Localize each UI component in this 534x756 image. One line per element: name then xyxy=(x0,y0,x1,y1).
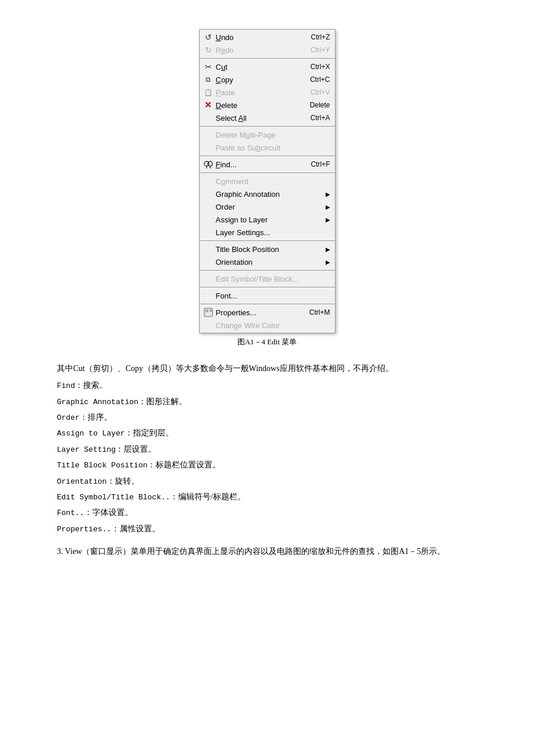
menu-item-orientation[interactable]: Orientation ▶ xyxy=(200,255,335,268)
titleblock-label: Title Block Position xyxy=(216,245,279,254)
context-menu[interactable]: Undo Ctrl+Z Redo Ctrl+Y ✂ Cut Ctrl+X ⧉ C… xyxy=(199,29,335,333)
order-arrow: ▶ xyxy=(326,204,330,210)
menu-item-titleblock[interactable]: Title Block Position ▶ xyxy=(200,243,335,255)
section3-text: 3. View（窗口显示）菜单用于确定仿真界面上显示的内容以及电路图的缩放和元件… xyxy=(41,544,505,559)
menu-item-paste[interactable]: 📋 Paste Ctrl+V xyxy=(200,86,335,99)
undo-label: Undo xyxy=(216,33,234,42)
figure-caption: 图A1－4 Edit 菜单 xyxy=(237,337,297,347)
desc-find: Find：搜索。 xyxy=(41,378,505,393)
menu-item-selectall[interactable]: Select All Ctrl+A xyxy=(200,111,335,124)
layersettings-label: Layer Settings... xyxy=(216,228,270,237)
desc-order: Order：排序。 xyxy=(41,410,505,424)
find-icon xyxy=(203,159,214,170)
menu-item-comment[interactable]: Comment xyxy=(200,175,335,188)
cut-shortcut: Ctrl+X xyxy=(311,63,330,71)
menu-item-pastesub[interactable]: Paste as Subcircuit xyxy=(200,141,335,154)
intro-text: 其中Cut（剪切）、Copy（拷贝）等大多数命令与一般Windows应用软件基本… xyxy=(41,361,505,376)
redo-shortcut: Ctrl+Y xyxy=(311,46,330,54)
separator-7 xyxy=(200,287,335,287)
text-content: 其中Cut（剪切）、Copy（拷贝）等大多数命令与一般Windows应用软件基本… xyxy=(29,361,505,561)
properties-icon xyxy=(203,307,214,318)
menu-item-graphicanno[interactable]: Graphic Annotation ▶ xyxy=(200,188,335,200)
desc-layersetting: Layer Setting：层设置。 xyxy=(41,442,505,456)
assignlayer-arrow: ▶ xyxy=(326,217,330,223)
order-label: Order xyxy=(216,203,235,211)
menu-item-assignlayer[interactable]: Assign to Layer ▶ xyxy=(200,213,335,226)
menu-item-layersettings[interactable]: Layer Settings... xyxy=(200,226,335,239)
separator-4 xyxy=(200,172,335,173)
graphicanno-label: Graphic Annotation xyxy=(216,190,280,199)
paste-label: Paste xyxy=(216,88,235,97)
cut-icon: ✂ xyxy=(203,62,214,72)
menu-item-deletemulti[interactable]: Delete Multi-Page xyxy=(200,128,335,141)
separator-8 xyxy=(200,304,335,304)
titleblock-arrow: ▶ xyxy=(326,246,330,253)
undo-shortcut: Ctrl+Z xyxy=(311,33,330,41)
desc-titleblock: Title Block Position：标题栏位置设置。 xyxy=(41,458,505,472)
redo-icon xyxy=(203,45,214,55)
desc-graphicanno: Graphic Annotation：图形注解。 xyxy=(41,394,505,409)
delete-shortcut: Delete xyxy=(310,101,330,109)
separator-5 xyxy=(200,240,335,241)
copy-shortcut: Ctrl+C xyxy=(310,75,330,84)
assignlayer-label: Assign to Layer xyxy=(216,215,268,224)
orientation-arrow: ▶ xyxy=(326,259,330,265)
font-label: Font... xyxy=(216,291,237,300)
desc-assignlayer: Assign to Layer：指定到层。 xyxy=(41,426,505,440)
menu-item-undo[interactable]: Undo Ctrl+Z xyxy=(200,31,335,44)
menu-item-properties[interactable]: Properties... Ctrl+M xyxy=(200,306,335,319)
delete-icon: ✕ xyxy=(203,100,214,110)
paste-shortcut: Ctrl+V xyxy=(311,88,330,96)
changewire-label: Change Wire Color xyxy=(216,321,280,330)
delete-label: Delete xyxy=(216,101,238,110)
separator-3 xyxy=(200,156,335,156)
menu-item-redo[interactable]: Redo Ctrl+Y xyxy=(200,44,335,56)
graphicanno-arrow: ▶ xyxy=(326,191,330,197)
menu-item-find[interactable]: Find... Ctrl+F xyxy=(200,158,335,171)
paste-icon: 📋 xyxy=(203,87,214,98)
selectall-label: Select All xyxy=(216,114,247,123)
pastesub-label: Paste as Subcircuit xyxy=(216,143,280,152)
selectall-shortcut: Ctrl+A xyxy=(311,114,330,122)
comment-label: Comment xyxy=(216,177,248,186)
page-content: Undo Ctrl+Z Redo Ctrl+Y ✂ Cut Ctrl+X ⧉ C… xyxy=(12,12,522,561)
menu-item-font[interactable]: Font... xyxy=(200,289,335,302)
context-menu-wrapper: Undo Ctrl+Z Redo Ctrl+Y ✂ Cut Ctrl+X ⧉ C… xyxy=(199,29,335,357)
desc-properties: Properties..：属性设置。 xyxy=(41,521,505,536)
separator-1 xyxy=(200,58,335,59)
editsymbol-label: Edit Symbol/Title Block... xyxy=(216,275,299,283)
deletemulti-label: Delete Multi-Page xyxy=(216,131,276,139)
find-shortcut: Ctrl+F xyxy=(311,160,330,168)
undo-icon xyxy=(203,32,214,42)
cut-label: Cut xyxy=(216,63,228,71)
svg-rect-6 xyxy=(205,309,208,312)
separator-6 xyxy=(200,270,335,271)
redo-label: Redo xyxy=(216,46,234,55)
properties-shortcut: Ctrl+M xyxy=(309,308,330,316)
svg-point-1 xyxy=(208,161,212,166)
menu-item-editsymbol[interactable]: Edit Symbol/Title Block... xyxy=(200,272,335,285)
desc-orientation: Orientation：旋转。 xyxy=(41,474,505,488)
menu-item-delete[interactable]: ✕ Delete Delete xyxy=(200,99,335,111)
menu-item-cut[interactable]: ✂ Cut Ctrl+X xyxy=(200,60,335,73)
desc-editsymbol: Edit Symbol/Title Block..：编辑符号/标题栏。 xyxy=(41,489,505,504)
desc-font: Font..：字体设置。 xyxy=(41,505,505,520)
find-label: Find... xyxy=(216,160,237,169)
menu-item-order[interactable]: Order ▶ xyxy=(200,200,335,213)
copy-label: Copy xyxy=(216,75,233,84)
copy-icon: ⧉ xyxy=(203,74,214,85)
menu-item-changewire[interactable]: Change Wire Color xyxy=(200,319,335,332)
menu-item-copy[interactable]: ⧉ Copy Ctrl+C xyxy=(200,73,335,86)
properties-label: Properties... xyxy=(216,308,257,317)
separator-2 xyxy=(200,126,335,127)
orientation-label: Orientation xyxy=(216,258,253,267)
